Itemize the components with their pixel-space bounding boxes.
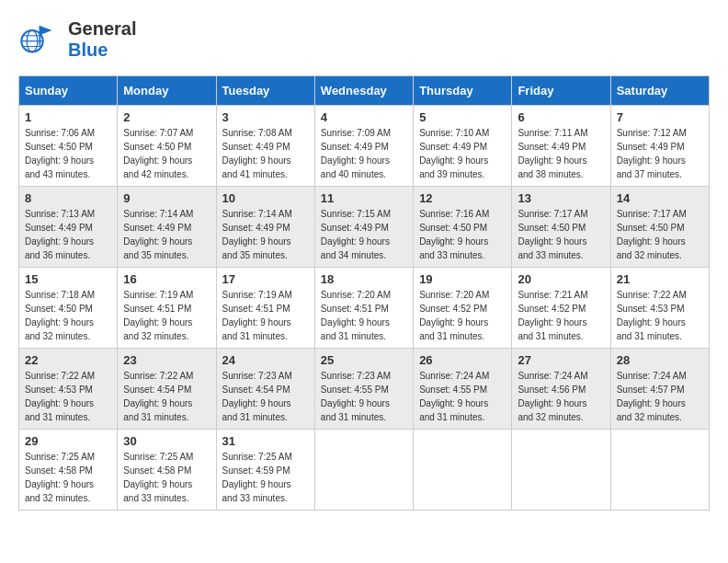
empty-day-cell xyxy=(414,430,512,511)
day-cell: 2Sunrise: 7:07 AM Sunset: 4:50 PM Daylig… xyxy=(118,106,216,187)
weekday-header: Tuesday xyxy=(216,76,314,106)
day-cell: 9Sunrise: 7:14 AM Sunset: 4:49 PM Daylig… xyxy=(118,187,216,268)
day-info: Sunrise: 7:14 AM Sunset: 4:49 PM Dayligh… xyxy=(222,207,309,262)
day-number: 15 xyxy=(25,272,111,286)
calendar-week-row: 1Sunrise: 7:06 AM Sunset: 4:50 PM Daylig… xyxy=(19,106,710,187)
day-info: Sunrise: 7:17 AM Sunset: 4:50 PM Dayligh… xyxy=(518,207,604,262)
day-cell: 28Sunrise: 7:24 AM Sunset: 4:57 PM Dayli… xyxy=(610,349,709,430)
day-info: Sunrise: 7:19 AM Sunset: 4:51 PM Dayligh… xyxy=(222,288,309,343)
day-info: Sunrise: 7:25 AM Sunset: 4:59 PM Dayligh… xyxy=(222,450,309,505)
calendar-header-row: SundayMondayTuesdayWednesdayThursdayFrid… xyxy=(19,76,710,106)
day-cell: 31Sunrise: 7:25 AM Sunset: 4:59 PM Dayli… xyxy=(216,430,314,511)
day-cell: 10Sunrise: 7:14 AM Sunset: 4:49 PM Dayli… xyxy=(216,187,314,268)
calendar-week-row: 15Sunrise: 7:18 AM Sunset: 4:50 PM Dayli… xyxy=(19,268,710,349)
day-cell: 19Sunrise: 7:20 AM Sunset: 4:52 PM Dayli… xyxy=(414,268,512,349)
day-number: 31 xyxy=(222,434,309,448)
day-cell: 11Sunrise: 7:15 AM Sunset: 4:49 PM Dayli… xyxy=(314,187,413,268)
day-number: 4 xyxy=(321,110,407,124)
day-cell: 21Sunrise: 7:22 AM Sunset: 4:53 PM Dayli… xyxy=(610,268,709,349)
day-info: Sunrise: 7:23 AM Sunset: 4:54 PM Dayligh… xyxy=(222,369,309,424)
day-info: Sunrise: 7:22 AM Sunset: 4:53 PM Dayligh… xyxy=(617,288,703,343)
day-number: 22 xyxy=(25,353,111,367)
empty-day-cell xyxy=(314,430,413,511)
day-number: 27 xyxy=(518,353,604,367)
day-cell: 29Sunrise: 7:25 AM Sunset: 4:58 PM Dayli… xyxy=(19,430,118,511)
day-number: 8 xyxy=(25,191,111,205)
day-number: 10 xyxy=(222,191,309,205)
empty-day-cell xyxy=(512,430,610,511)
day-info: Sunrise: 7:13 AM Sunset: 4:49 PM Dayligh… xyxy=(25,207,111,262)
day-info: Sunrise: 7:23 AM Sunset: 4:55 PM Dayligh… xyxy=(321,369,407,424)
day-number: 14 xyxy=(617,191,703,205)
day-number: 7 xyxy=(617,110,703,124)
weekday-header: Wednesday xyxy=(314,76,413,106)
day-number: 16 xyxy=(123,272,210,286)
weekday-header: Monday xyxy=(118,76,216,106)
day-number: 3 xyxy=(222,110,309,124)
day-number: 9 xyxy=(123,191,210,205)
page-header: General Blue xyxy=(18,18,710,61)
day-info: Sunrise: 7:24 AM Sunset: 4:57 PM Dayligh… xyxy=(617,369,703,424)
day-cell: 15Sunrise: 7:18 AM Sunset: 4:50 PM Dayli… xyxy=(19,268,118,349)
day-info: Sunrise: 7:22 AM Sunset: 4:53 PM Dayligh… xyxy=(25,369,111,424)
day-info: Sunrise: 7:15 AM Sunset: 4:49 PM Dayligh… xyxy=(321,207,407,262)
day-info: Sunrise: 7:16 AM Sunset: 4:50 PM Dayligh… xyxy=(419,207,506,262)
day-info: Sunrise: 7:25 AM Sunset: 4:58 PM Dayligh… xyxy=(123,450,210,505)
day-number: 12 xyxy=(419,191,506,205)
day-info: Sunrise: 7:10 AM Sunset: 4:49 PM Dayligh… xyxy=(419,126,506,181)
day-number: 24 xyxy=(222,353,309,367)
day-info: Sunrise: 7:08 AM Sunset: 4:49 PM Dayligh… xyxy=(222,126,309,181)
day-cell: 5Sunrise: 7:10 AM Sunset: 4:49 PM Daylig… xyxy=(414,106,512,187)
calendar-week-row: 22Sunrise: 7:22 AM Sunset: 4:53 PM Dayli… xyxy=(19,349,710,430)
day-info: Sunrise: 7:25 AM Sunset: 4:58 PM Dayligh… xyxy=(25,450,111,505)
day-number: 5 xyxy=(419,110,506,124)
day-number: 6 xyxy=(518,110,604,124)
day-cell: 16Sunrise: 7:19 AM Sunset: 4:51 PM Dayli… xyxy=(118,268,216,349)
day-number: 1 xyxy=(25,110,111,124)
day-cell: 23Sunrise: 7:22 AM Sunset: 4:54 PM Dayli… xyxy=(118,349,216,430)
day-cell: 30Sunrise: 7:25 AM Sunset: 4:58 PM Dayli… xyxy=(118,430,216,511)
logo: General Blue xyxy=(18,18,136,61)
day-cell: 14Sunrise: 7:17 AM Sunset: 4:50 PM Dayli… xyxy=(610,187,709,268)
day-number: 11 xyxy=(321,191,407,205)
day-number: 17 xyxy=(222,272,309,286)
weekday-header: Sunday xyxy=(19,76,118,106)
weekday-header: Friday xyxy=(512,76,610,106)
empty-day-cell xyxy=(610,430,709,511)
day-number: 25 xyxy=(321,353,407,367)
day-info: Sunrise: 7:06 AM Sunset: 4:50 PM Dayligh… xyxy=(25,126,111,181)
weekday-header: Thursday xyxy=(414,76,512,106)
day-number: 30 xyxy=(123,434,210,448)
day-info: Sunrise: 7:14 AM Sunset: 4:49 PM Dayligh… xyxy=(123,207,210,262)
day-info: Sunrise: 7:24 AM Sunset: 4:56 PM Dayligh… xyxy=(518,369,604,424)
day-number: 23 xyxy=(123,353,210,367)
calendar-week-row: 29Sunrise: 7:25 AM Sunset: 4:58 PM Dayli… xyxy=(19,430,710,511)
day-number: 29 xyxy=(25,434,111,448)
day-number: 18 xyxy=(321,272,407,286)
day-cell: 8Sunrise: 7:13 AM Sunset: 4:49 PM Daylig… xyxy=(19,187,118,268)
day-info: Sunrise: 7:07 AM Sunset: 4:50 PM Dayligh… xyxy=(123,126,210,181)
day-info: Sunrise: 7:21 AM Sunset: 4:52 PM Dayligh… xyxy=(518,288,604,343)
day-info: Sunrise: 7:22 AM Sunset: 4:54 PM Dayligh… xyxy=(123,369,210,424)
svg-marker-5 xyxy=(40,26,51,35)
day-cell: 26Sunrise: 7:24 AM Sunset: 4:55 PM Dayli… xyxy=(414,349,512,430)
weekday-header: Saturday xyxy=(610,76,709,106)
day-info: Sunrise: 7:20 AM Sunset: 4:52 PM Dayligh… xyxy=(419,288,506,343)
day-cell: 22Sunrise: 7:22 AM Sunset: 4:53 PM Dayli… xyxy=(19,349,118,430)
logo-text: General Blue xyxy=(68,18,136,61)
day-info: Sunrise: 7:18 AM Sunset: 4:50 PM Dayligh… xyxy=(25,288,111,343)
day-cell: 20Sunrise: 7:21 AM Sunset: 4:52 PM Dayli… xyxy=(512,268,610,349)
day-cell: 17Sunrise: 7:19 AM Sunset: 4:51 PM Dayli… xyxy=(216,268,314,349)
day-cell: 24Sunrise: 7:23 AM Sunset: 4:54 PM Dayli… xyxy=(216,349,314,430)
day-number: 26 xyxy=(419,353,506,367)
logo-icon xyxy=(18,21,64,58)
day-cell: 3Sunrise: 7:08 AM Sunset: 4:49 PM Daylig… xyxy=(216,106,314,187)
day-info: Sunrise: 7:11 AM Sunset: 4:49 PM Dayligh… xyxy=(518,126,604,181)
day-number: 19 xyxy=(419,272,506,286)
day-info: Sunrise: 7:17 AM Sunset: 4:50 PM Dayligh… xyxy=(617,207,703,262)
calendar-table: SundayMondayTuesdayWednesdayThursdayFrid… xyxy=(18,75,710,511)
day-info: Sunrise: 7:12 AM Sunset: 4:49 PM Dayligh… xyxy=(617,126,703,181)
day-cell: 12Sunrise: 7:16 AM Sunset: 4:50 PM Dayli… xyxy=(414,187,512,268)
day-cell: 7Sunrise: 7:12 AM Sunset: 4:49 PM Daylig… xyxy=(610,106,709,187)
day-cell: 25Sunrise: 7:23 AM Sunset: 4:55 PM Dayli… xyxy=(314,349,413,430)
